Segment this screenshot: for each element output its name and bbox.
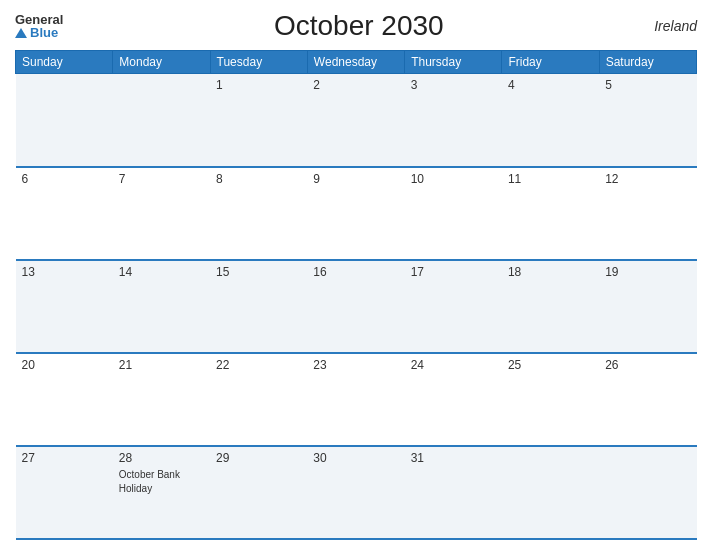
calendar-cell: 12	[599, 167, 696, 260]
day-number: 9	[313, 172, 398, 186]
weekday-header-saturday: Saturday	[599, 51, 696, 74]
country-label: Ireland	[654, 18, 697, 34]
calendar-cell: 25	[502, 353, 599, 446]
day-number: 19	[605, 265, 690, 279]
calendar-cell: 1	[210, 74, 307, 167]
calendar-cell: 17	[405, 260, 502, 353]
day-number: 18	[508, 265, 593, 279]
logo-blue-text: Blue	[15, 26, 63, 39]
calendar-week-row: 13141516171819	[16, 260, 697, 353]
calendar-cell: 28October Bank Holiday	[113, 446, 210, 539]
day-number: 21	[119, 358, 204, 372]
day-number: 10	[411, 172, 496, 186]
calendar-cell: 21	[113, 353, 210, 446]
day-number: 4	[508, 78, 593, 92]
day-number: 6	[22, 172, 107, 186]
calendar-cell: 11	[502, 167, 599, 260]
calendar-cell: 26	[599, 353, 696, 446]
calendar-cell: 24	[405, 353, 502, 446]
calendar-body: 1234567891011121314151617181920212223242…	[16, 74, 697, 540]
weekday-header-tuesday: Tuesday	[210, 51, 307, 74]
calendar-cell: 23	[307, 353, 404, 446]
day-number: 30	[313, 451, 398, 465]
calendar-cell: 31	[405, 446, 502, 539]
calendar-cell: 22	[210, 353, 307, 446]
day-number: 11	[508, 172, 593, 186]
day-number: 26	[605, 358, 690, 372]
day-number: 15	[216, 265, 301, 279]
calendar-cell: 8	[210, 167, 307, 260]
day-number: 25	[508, 358, 593, 372]
calendar-cell	[113, 74, 210, 167]
calendar-week-row: 2728October Bank Holiday293031	[16, 446, 697, 539]
day-number: 14	[119, 265, 204, 279]
day-number: 29	[216, 451, 301, 465]
calendar-table: SundayMondayTuesdayWednesdayThursdayFrid…	[15, 50, 697, 540]
day-number: 24	[411, 358, 496, 372]
weekday-header-monday: Monday	[113, 51, 210, 74]
calendar-cell: 7	[113, 167, 210, 260]
day-number: 17	[411, 265, 496, 279]
calendar-cell: 30	[307, 446, 404, 539]
weekday-header-row: SundayMondayTuesdayWednesdayThursdayFrid…	[16, 51, 697, 74]
day-number: 5	[605, 78, 690, 92]
calendar-cell	[16, 74, 113, 167]
calendar-cell: 16	[307, 260, 404, 353]
calendar-cell: 13	[16, 260, 113, 353]
weekday-header-friday: Friday	[502, 51, 599, 74]
day-number: 23	[313, 358, 398, 372]
calendar-week-row: 20212223242526	[16, 353, 697, 446]
calendar-cell: 18	[502, 260, 599, 353]
header: General Blue October 2030 Ireland	[15, 10, 697, 42]
day-number: 20	[22, 358, 107, 372]
day-number: 16	[313, 265, 398, 279]
calendar-cell: 10	[405, 167, 502, 260]
day-number: 31	[411, 451, 496, 465]
day-number: 28	[119, 451, 204, 465]
weekday-header-thursday: Thursday	[405, 51, 502, 74]
calendar-cell: 6	[16, 167, 113, 260]
day-number: 1	[216, 78, 301, 92]
calendar-cell	[502, 446, 599, 539]
calendar-header: SundayMondayTuesdayWednesdayThursdayFrid…	[16, 51, 697, 74]
day-number: 12	[605, 172, 690, 186]
day-number: 8	[216, 172, 301, 186]
weekday-header-sunday: Sunday	[16, 51, 113, 74]
calendar-container: General Blue October 2030 Ireland Sunday…	[0, 0, 712, 550]
logo-triangle-icon	[15, 28, 27, 38]
day-number: 27	[22, 451, 107, 465]
holiday-text: October Bank Holiday	[119, 469, 180, 494]
calendar-cell: 9	[307, 167, 404, 260]
day-number: 3	[411, 78, 496, 92]
calendar-cell: 15	[210, 260, 307, 353]
logo: General Blue	[15, 13, 63, 39]
calendar-cell: 19	[599, 260, 696, 353]
calendar-cell: 29	[210, 446, 307, 539]
calendar-cell: 4	[502, 74, 599, 167]
calendar-title: October 2030	[274, 10, 444, 42]
calendar-cell	[599, 446, 696, 539]
day-number: 22	[216, 358, 301, 372]
calendar-cell: 27	[16, 446, 113, 539]
calendar-week-row: 6789101112	[16, 167, 697, 260]
calendar-cell: 20	[16, 353, 113, 446]
calendar-week-row: 12345	[16, 74, 697, 167]
day-number: 7	[119, 172, 204, 186]
calendar-cell: 14	[113, 260, 210, 353]
weekday-header-wednesday: Wednesday	[307, 51, 404, 74]
day-number: 13	[22, 265, 107, 279]
calendar-cell: 5	[599, 74, 696, 167]
calendar-cell: 3	[405, 74, 502, 167]
day-number: 2	[313, 78, 398, 92]
calendar-cell: 2	[307, 74, 404, 167]
